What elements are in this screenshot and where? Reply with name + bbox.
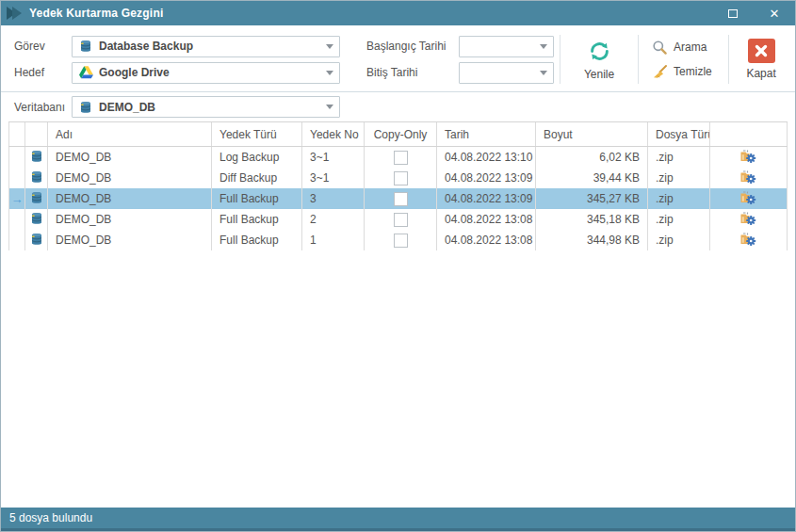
close-red-icon <box>748 39 775 63</box>
row-name-cell: DEMO_DB <box>48 147 212 168</box>
table-row[interactable]: DEMO_DB Log Backup 3~1 04.08.2022 13:10 … <box>8 147 788 168</box>
task-value: Database Backup <box>99 40 326 53</box>
row-name-cell: DEMO_DB <box>48 188 212 209</box>
row-icon-cell <box>25 209 48 230</box>
row-backup-type-cell: Diff Backup <box>212 168 302 188</box>
clean-label: Temizle <box>674 65 712 78</box>
window: Yedek Kurtarma Gezgini ✕ Görev Database … <box>0 0 796 532</box>
row-copy-only-cell <box>365 209 437 230</box>
folder-gear-button[interactable] <box>739 210 757 229</box>
chevron-down-icon <box>326 105 333 109</box>
row-indicator-cell <box>8 230 25 250</box>
row-indicator-cell <box>8 209 25 230</box>
row-backup-type-cell: Full Backup <box>212 230 302 250</box>
database-icon <box>29 169 44 185</box>
row-icon-cell <box>25 188 48 209</box>
row-file-type-cell: .zip <box>648 147 710 168</box>
close-window-button[interactable]: Kapat <box>735 33 788 86</box>
column-header-name[interactable]: Adı <box>48 122 212 146</box>
column-header-actions[interactable] <box>710 122 788 146</box>
start-date-combobox[interactable] <box>459 36 554 57</box>
table-row[interactable]: DEMO_DB Full Backup 1 04.08.2022 13:08 3… <box>8 230 788 250</box>
row-icon-cell <box>25 230 48 250</box>
folder-gear-button[interactable] <box>739 148 757 167</box>
folder-gear-button[interactable] <box>739 231 757 250</box>
row-size-cell: 344,98 KB <box>536 230 648 250</box>
table-row[interactable]: DEMO_DB Diff Backup 3~1 04.08.2022 13:09… <box>8 168 788 188</box>
column-header-icon[interactable] <box>25 122 48 146</box>
row-actions-cell <box>710 230 788 250</box>
row-date-cell: 04.08.2022 13:10 <box>437 147 536 168</box>
row-actions-cell <box>710 209 788 230</box>
status-text: 5 dosya bulundu <box>9 511 92 524</box>
copy-only-checkbox[interactable] <box>394 171 408 185</box>
folder-gear-button[interactable] <box>739 169 757 187</box>
row-backup-no-cell: 3 <box>302 188 365 209</box>
end-date-field: Bitiş Tarihi <box>366 62 554 84</box>
task-combobox[interactable]: Database Backup <box>72 36 340 57</box>
search-label: Arama <box>674 40 707 54</box>
app-icon <box>1 4 29 23</box>
row-copy-only-cell <box>365 188 437 209</box>
backup-table: Adı Yedek Türü Yedek No Copy-Only Tarih … <box>8 121 788 250</box>
row-backup-no-cell: 2 <box>302 209 365 230</box>
table-body: DEMO_DB Log Backup 3~1 04.08.2022 13:10 … <box>8 147 788 250</box>
column-header-date[interactable]: Tarih <box>437 122 536 146</box>
search-button[interactable]: Arama <box>648 36 710 58</box>
maximize-button[interactable] <box>712 1 754 25</box>
column-header-backup-no[interactable]: Yedek No <box>302 122 365 146</box>
row-indicator-cell: → <box>8 188 25 209</box>
clean-button[interactable]: Temizle <box>648 60 716 83</box>
row-indicator-cell <box>8 168 25 188</box>
titlebar: Yedek Kurtarma Gezgini ✕ <box>1 1 795 25</box>
row-name-cell: DEMO_DB <box>48 209 212 230</box>
task-label: Görev <box>14 40 72 53</box>
row-backup-no-cell: 3~1 <box>302 168 365 188</box>
database-icon <box>77 100 94 115</box>
target-combobox[interactable]: Google Drive <box>72 62 340 84</box>
copy-only-checkbox[interactable] <box>394 213 408 227</box>
row-backup-no-cell: 1 <box>302 230 365 250</box>
copy-only-checkbox[interactable] <box>394 192 408 206</box>
refresh-button[interactable]: Yenile <box>566 33 632 86</box>
row-file-type-cell: .zip <box>648 168 710 188</box>
folder-gear-button[interactable] <box>739 189 757 208</box>
column-header-copy-only[interactable]: Copy-Only <box>365 122 437 146</box>
row-file-type-cell: .zip <box>648 230 710 250</box>
row-copy-only-cell <box>365 230 437 250</box>
close-window-label: Kapat <box>746 67 775 80</box>
copy-only-checkbox[interactable] <box>394 151 408 165</box>
end-date-label: Bitiş Tarihi <box>366 66 459 79</box>
refresh-icon <box>587 39 612 64</box>
row-date-cell: 04.08.2022 13:08 <box>437 230 536 250</box>
folder-gear-icon <box>739 231 757 247</box>
row-size-cell: 345,27 KB <box>536 188 648 209</box>
row-size-cell: 345,18 KB <box>536 209 648 230</box>
folder-gear-icon <box>739 189 757 205</box>
column-header-indicator[interactable] <box>8 122 25 146</box>
close-button[interactable]: ✕ <box>754 1 795 25</box>
column-header-size[interactable]: Boyut <box>536 122 648 146</box>
refresh-label: Yenile <box>584 68 614 81</box>
end-date-combobox[interactable] <box>459 62 554 84</box>
status-bar: 5 dosya bulundu <box>1 508 795 531</box>
start-date-field: Başlangıç Tarihi <box>366 36 554 57</box>
task-field: Görev Database Backup <box>14 36 340 57</box>
copy-only-checkbox[interactable] <box>394 234 408 248</box>
row-actions-cell <box>710 188 788 209</box>
table-header: Adı Yedek Türü Yedek No Copy-Only Tarih … <box>8 121 788 147</box>
column-header-file-type[interactable]: Dosya Türü <box>648 122 710 146</box>
maximize-icon <box>728 9 738 18</box>
database-icon <box>29 211 44 226</box>
date-fields: Başlangıç Tarihi Bitiş Tarihi <box>366 33 554 86</box>
row-indicator-arrow-icon: → <box>11 193 24 205</box>
target-value: Google Drive <box>99 66 326 79</box>
folder-gear-icon <box>739 210 757 226</box>
column-header-backup-type[interactable]: Yedek Türü <box>212 122 302 146</box>
table-row[interactable]: DEMO_DB Full Backup 2 04.08.2022 13:08 3… <box>8 209 788 230</box>
toolbar-separator <box>728 35 729 84</box>
database-combobox[interactable]: DEMO_DB <box>72 96 340 118</box>
toolbar: Görev Database Backup Hedef <box>1 25 795 92</box>
table-row[interactable]: → DEMO_DB Full Backup 3 04.08.2022 13:09… <box>8 188 788 209</box>
folder-gear-icon <box>739 148 757 164</box>
